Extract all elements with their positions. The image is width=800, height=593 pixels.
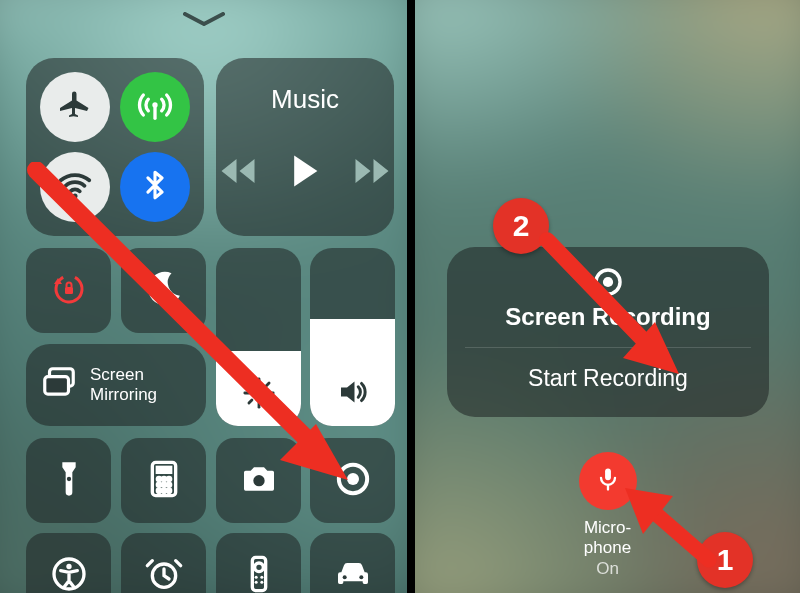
panel-divider — [407, 0, 415, 593]
rewind-icon[interactable] — [220, 156, 256, 190]
start-recording-button[interactable]: Start Recording — [447, 365, 769, 392]
remote-icon — [239, 554, 279, 594]
svg-point-36 — [254, 563, 263, 572]
svg-point-22 — [167, 477, 170, 480]
svg-point-40 — [260, 580, 263, 583]
svg-point-39 — [254, 580, 257, 583]
flashlight-button[interactable] — [26, 438, 111, 523]
svg-point-20 — [157, 477, 160, 480]
screen-recording-card: Screen Recording Start Recording — [447, 247, 769, 417]
microphone-icon — [594, 465, 622, 497]
svg-point-2 — [72, 194, 77, 199]
airplane-mode-toggle[interactable] — [40, 72, 110, 142]
play-icon[interactable] — [290, 154, 320, 192]
apple-tv-remote-button[interactable] — [216, 533, 301, 593]
svg-point-6 — [253, 387, 264, 398]
svg-point-27 — [162, 489, 165, 492]
svg-point-33 — [66, 563, 71, 568]
control-center-panel: Music — [0, 0, 407, 593]
svg-point-26 — [157, 489, 160, 492]
svg-line-11 — [248, 383, 251, 386]
svg-line-12 — [266, 400, 269, 403]
alarm-icon — [144, 554, 184, 594]
bluetooth-toggle[interactable] — [120, 152, 190, 222]
screen-mirroring-icon — [40, 364, 78, 406]
svg-rect-19 — [157, 467, 170, 472]
svg-point-42 — [359, 575, 363, 579]
cellular-data-toggle[interactable] — [120, 72, 190, 142]
svg-line-13 — [248, 400, 251, 403]
accessibility-button[interactable] — [26, 533, 111, 593]
screen-mirroring-label: ScreenMirroring — [90, 365, 157, 404]
connectivity-card[interactable] — [26, 58, 204, 236]
screen-record-button[interactable] — [310, 438, 395, 523]
svg-line-14 — [266, 383, 269, 386]
collapse-chevron-icon[interactable] — [0, 10, 407, 28]
camera-icon — [239, 459, 279, 503]
volume-icon — [310, 374, 395, 410]
cellular-icon — [135, 85, 175, 129]
accessibility-icon — [49, 554, 89, 594]
microphone-state: On — [584, 559, 631, 579]
svg-point-17 — [66, 476, 70, 480]
svg-rect-46 — [605, 469, 611, 481]
airplane-icon — [57, 87, 93, 127]
camera-button[interactable] — [216, 438, 301, 523]
svg-point-31 — [347, 473, 359, 485]
wifi-toggle[interactable] — [40, 152, 110, 222]
svg-rect-16 — [45, 377, 69, 394]
bluetooth-icon — [138, 168, 172, 206]
calculator-button[interactable] — [121, 438, 206, 523]
svg-rect-5 — [65, 287, 73, 294]
carplay-button[interactable] — [310, 533, 395, 593]
svg-point-45 — [603, 277, 613, 287]
svg-point-25 — [167, 483, 170, 486]
svg-point-37 — [254, 575, 257, 578]
volume-slider[interactable] — [310, 248, 395, 426]
microphone-toggle[interactable] — [579, 452, 637, 510]
brightness-icon — [216, 376, 301, 410]
svg-point-24 — [162, 483, 165, 486]
annotation-step-2: 2 — [493, 198, 549, 254]
orientation-lock-toggle[interactable] — [26, 248, 111, 333]
orientation-lock-icon — [49, 269, 89, 313]
forward-icon[interactable] — [354, 156, 390, 190]
screen-record-icon — [447, 265, 769, 299]
microphone-label: Micro-phone On — [584, 518, 631, 579]
svg-point-41 — [342, 575, 346, 579]
music-title: Music — [216, 84, 394, 115]
screen-recording-sheet-panel: Screen Recording Start Recording Micro-p… — [415, 0, 800, 593]
moon-icon — [144, 269, 184, 313]
do-not-disturb-toggle[interactable] — [121, 248, 206, 333]
music-card[interactable]: Music — [216, 58, 394, 236]
svg-point-38 — [260, 575, 263, 578]
car-icon — [333, 554, 373, 594]
wifi-icon — [56, 166, 94, 208]
screen-record-icon — [333, 459, 373, 503]
annotation-step-1: 1 — [697, 532, 753, 588]
alarm-button[interactable] — [121, 533, 206, 593]
screen-mirroring-button[interactable]: ScreenMirroring — [26, 344, 206, 426]
flashlight-icon — [49, 459, 89, 503]
svg-point-23 — [157, 483, 160, 486]
svg-point-29 — [253, 475, 264, 486]
calculator-icon — [144, 459, 184, 503]
svg-point-21 — [162, 477, 165, 480]
brightness-slider[interactable] — [216, 248, 301, 426]
screen-recording-title: Screen Recording — [447, 303, 769, 331]
svg-point-28 — [167, 489, 170, 492]
